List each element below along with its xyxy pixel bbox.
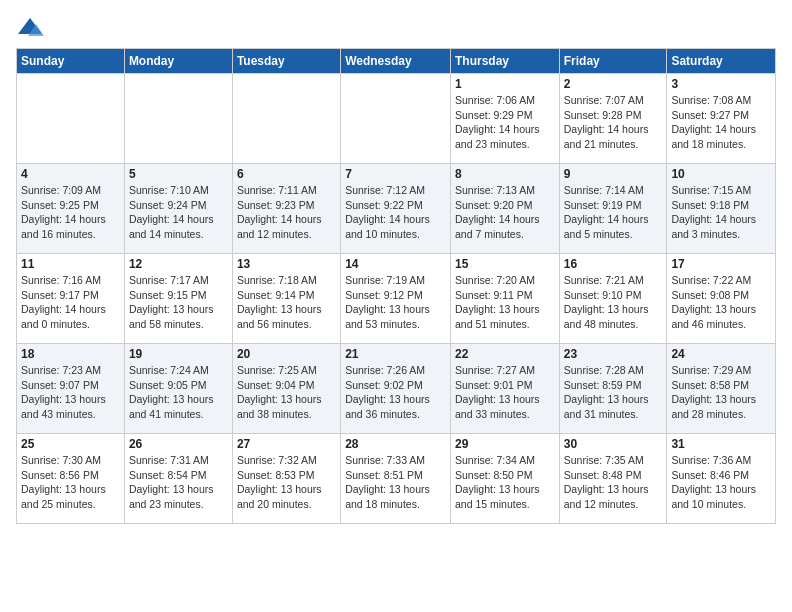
day-number: 28 [345, 437, 446, 451]
weekday-header-sunday: Sunday [17, 49, 125, 74]
calendar-cell: 12Sunrise: 7:17 AM Sunset: 9:15 PM Dayli… [124, 254, 232, 344]
day-number: 3 [671, 77, 771, 91]
day-number: 15 [455, 257, 555, 271]
calendar-cell: 11Sunrise: 7:16 AM Sunset: 9:17 PM Dayli… [17, 254, 125, 344]
day-info: Sunrise: 7:06 AM Sunset: 9:29 PM Dayligh… [455, 93, 555, 152]
day-number: 30 [564, 437, 663, 451]
weekday-header-row: SundayMondayTuesdayWednesdayThursdayFrid… [17, 49, 776, 74]
day-info: Sunrise: 7:10 AM Sunset: 9:24 PM Dayligh… [129, 183, 228, 242]
day-info: Sunrise: 7:09 AM Sunset: 9:25 PM Dayligh… [21, 183, 120, 242]
day-number: 25 [21, 437, 120, 451]
day-info: Sunrise: 7:32 AM Sunset: 8:53 PM Dayligh… [237, 453, 336, 512]
day-info: Sunrise: 7:23 AM Sunset: 9:07 PM Dayligh… [21, 363, 120, 422]
day-number: 2 [564, 77, 663, 91]
logo-icon [16, 16, 44, 38]
weekday-header-friday: Friday [559, 49, 667, 74]
calendar-cell: 2Sunrise: 7:07 AM Sunset: 9:28 PM Daylig… [559, 74, 667, 164]
calendar-cell: 7Sunrise: 7:12 AM Sunset: 9:22 PM Daylig… [341, 164, 451, 254]
day-number: 18 [21, 347, 120, 361]
day-number: 4 [21, 167, 120, 181]
day-number: 14 [345, 257, 446, 271]
day-info: Sunrise: 7:31 AM Sunset: 8:54 PM Dayligh… [129, 453, 228, 512]
day-number: 1 [455, 77, 555, 91]
calendar-cell: 5Sunrise: 7:10 AM Sunset: 9:24 PM Daylig… [124, 164, 232, 254]
calendar-cell: 25Sunrise: 7:30 AM Sunset: 8:56 PM Dayli… [17, 434, 125, 524]
day-info: Sunrise: 7:24 AM Sunset: 9:05 PM Dayligh… [129, 363, 228, 422]
calendar-cell: 23Sunrise: 7:28 AM Sunset: 8:59 PM Dayli… [559, 344, 667, 434]
day-number: 21 [345, 347, 446, 361]
calendar-cell: 16Sunrise: 7:21 AM Sunset: 9:10 PM Dayli… [559, 254, 667, 344]
day-info: Sunrise: 7:14 AM Sunset: 9:19 PM Dayligh… [564, 183, 663, 242]
day-info: Sunrise: 7:16 AM Sunset: 9:17 PM Dayligh… [21, 273, 120, 332]
calendar-cell: 3Sunrise: 7:08 AM Sunset: 9:27 PM Daylig… [667, 74, 776, 164]
day-info: Sunrise: 7:27 AM Sunset: 9:01 PM Dayligh… [455, 363, 555, 422]
day-info: Sunrise: 7:07 AM Sunset: 9:28 PM Dayligh… [564, 93, 663, 152]
day-number: 9 [564, 167, 663, 181]
day-number: 10 [671, 167, 771, 181]
calendar-cell: 26Sunrise: 7:31 AM Sunset: 8:54 PM Dayli… [124, 434, 232, 524]
day-info: Sunrise: 7:18 AM Sunset: 9:14 PM Dayligh… [237, 273, 336, 332]
calendar-cell: 17Sunrise: 7:22 AM Sunset: 9:08 PM Dayli… [667, 254, 776, 344]
calendar-cell: 21Sunrise: 7:26 AM Sunset: 9:02 PM Dayli… [341, 344, 451, 434]
day-info: Sunrise: 7:30 AM Sunset: 8:56 PM Dayligh… [21, 453, 120, 512]
calendar-cell: 8Sunrise: 7:13 AM Sunset: 9:20 PM Daylig… [450, 164, 559, 254]
calendar-cell: 9Sunrise: 7:14 AM Sunset: 9:19 PM Daylig… [559, 164, 667, 254]
day-number: 11 [21, 257, 120, 271]
weekday-header-thursday: Thursday [450, 49, 559, 74]
day-number: 23 [564, 347, 663, 361]
calendar-cell: 13Sunrise: 7:18 AM Sunset: 9:14 PM Dayli… [232, 254, 340, 344]
calendar-cell [124, 74, 232, 164]
day-info: Sunrise: 7:34 AM Sunset: 8:50 PM Dayligh… [455, 453, 555, 512]
day-info: Sunrise: 7:08 AM Sunset: 9:27 PM Dayligh… [671, 93, 771, 152]
calendar-cell: 15Sunrise: 7:20 AM Sunset: 9:11 PM Dayli… [450, 254, 559, 344]
logo [16, 16, 48, 38]
day-number: 8 [455, 167, 555, 181]
day-number: 13 [237, 257, 336, 271]
day-info: Sunrise: 7:22 AM Sunset: 9:08 PM Dayligh… [671, 273, 771, 332]
calendar-cell: 6Sunrise: 7:11 AM Sunset: 9:23 PM Daylig… [232, 164, 340, 254]
calendar-cell: 19Sunrise: 7:24 AM Sunset: 9:05 PM Dayli… [124, 344, 232, 434]
calendar-table: SundayMondayTuesdayWednesdayThursdayFrid… [16, 48, 776, 524]
day-number: 22 [455, 347, 555, 361]
calendar-cell: 14Sunrise: 7:19 AM Sunset: 9:12 PM Dayli… [341, 254, 451, 344]
weekday-header-monday: Monday [124, 49, 232, 74]
day-number: 17 [671, 257, 771, 271]
day-info: Sunrise: 7:25 AM Sunset: 9:04 PM Dayligh… [237, 363, 336, 422]
calendar-cell: 27Sunrise: 7:32 AM Sunset: 8:53 PM Dayli… [232, 434, 340, 524]
day-number: 29 [455, 437, 555, 451]
day-info: Sunrise: 7:17 AM Sunset: 9:15 PM Dayligh… [129, 273, 228, 332]
day-number: 16 [564, 257, 663, 271]
day-number: 27 [237, 437, 336, 451]
weekday-header-saturday: Saturday [667, 49, 776, 74]
day-number: 7 [345, 167, 446, 181]
day-info: Sunrise: 7:19 AM Sunset: 9:12 PM Dayligh… [345, 273, 446, 332]
calendar-week-row: 18Sunrise: 7:23 AM Sunset: 9:07 PM Dayli… [17, 344, 776, 434]
weekday-header-tuesday: Tuesday [232, 49, 340, 74]
day-number: 24 [671, 347, 771, 361]
day-info: Sunrise: 7:28 AM Sunset: 8:59 PM Dayligh… [564, 363, 663, 422]
calendar-week-row: 4Sunrise: 7:09 AM Sunset: 9:25 PM Daylig… [17, 164, 776, 254]
day-number: 12 [129, 257, 228, 271]
day-info: Sunrise: 7:29 AM Sunset: 8:58 PM Dayligh… [671, 363, 771, 422]
calendar-cell: 1Sunrise: 7:06 AM Sunset: 9:29 PM Daylig… [450, 74, 559, 164]
calendar-cell: 29Sunrise: 7:34 AM Sunset: 8:50 PM Dayli… [450, 434, 559, 524]
day-info: Sunrise: 7:21 AM Sunset: 9:10 PM Dayligh… [564, 273, 663, 332]
calendar-cell [17, 74, 125, 164]
day-info: Sunrise: 7:20 AM Sunset: 9:11 PM Dayligh… [455, 273, 555, 332]
calendar-cell: 20Sunrise: 7:25 AM Sunset: 9:04 PM Dayli… [232, 344, 340, 434]
day-info: Sunrise: 7:12 AM Sunset: 9:22 PM Dayligh… [345, 183, 446, 242]
day-info: Sunrise: 7:33 AM Sunset: 8:51 PM Dayligh… [345, 453, 446, 512]
day-info: Sunrise: 7:13 AM Sunset: 9:20 PM Dayligh… [455, 183, 555, 242]
day-info: Sunrise: 7:15 AM Sunset: 9:18 PM Dayligh… [671, 183, 771, 242]
day-info: Sunrise: 7:35 AM Sunset: 8:48 PM Dayligh… [564, 453, 663, 512]
header [16, 16, 776, 38]
day-number: 5 [129, 167, 228, 181]
calendar-week-row: 11Sunrise: 7:16 AM Sunset: 9:17 PM Dayli… [17, 254, 776, 344]
calendar-cell [341, 74, 451, 164]
calendar-cell: 31Sunrise: 7:36 AM Sunset: 8:46 PM Dayli… [667, 434, 776, 524]
weekday-header-wednesday: Wednesday [341, 49, 451, 74]
calendar-cell: 30Sunrise: 7:35 AM Sunset: 8:48 PM Dayli… [559, 434, 667, 524]
day-number: 31 [671, 437, 771, 451]
day-info: Sunrise: 7:36 AM Sunset: 8:46 PM Dayligh… [671, 453, 771, 512]
day-number: 20 [237, 347, 336, 361]
